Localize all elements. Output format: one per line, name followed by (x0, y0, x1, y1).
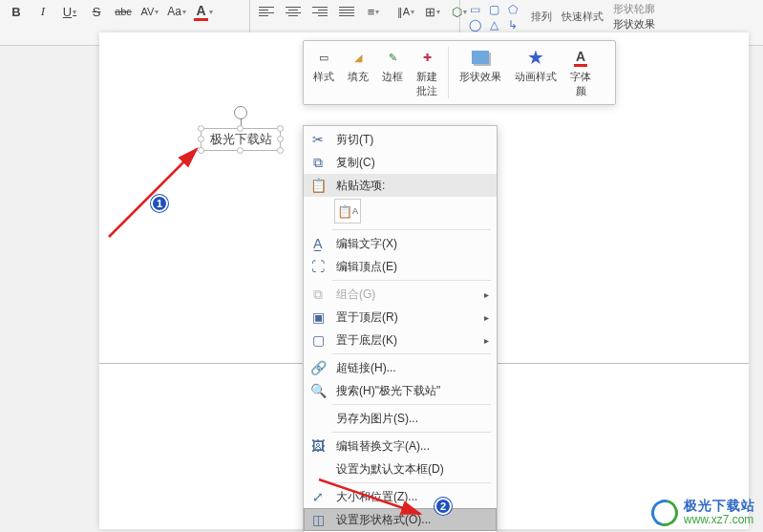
menu-hyperlink[interactable]: 🔗 超链接(H)... (304, 356, 497, 379)
menu-group[interactable]: ⧉ 组合(G) ▸ (304, 283, 497, 306)
font-color-button[interactable]: A▾ (193, 2, 214, 21)
search-icon: 🔍 (307, 381, 329, 400)
handle-nw[interactable] (198, 125, 204, 132)
watermark-title: 极光下载站 (684, 499, 755, 513)
bold-button[interactable]: B (6, 2, 27, 21)
comment-icon: ✚ (416, 47, 437, 68)
menu-bring-front[interactable]: ▣ 置于顶层(R) ▸ (304, 306, 497, 329)
text-direction-button[interactable]: ‖A▾ (395, 2, 416, 21)
font-color-icon: A (570, 47, 591, 68)
fill-icon: ◢ (348, 47, 369, 68)
shape-effect-icon (470, 47, 491, 68)
watermark-url: www.xz7.com (684, 514, 755, 526)
menu-copy[interactable]: ⧉ 复制(C) (304, 151, 497, 174)
watermark-logo-icon (646, 495, 683, 531)
watermark: 极光下载站 www.xz7.com (651, 499, 755, 526)
handle-se[interactable] (277, 147, 284, 154)
edit-text-icon: A̲ (307, 234, 329, 253)
handle-w[interactable] (198, 136, 204, 142)
align-justify-button[interactable] (336, 2, 357, 21)
align-center-button[interactable] (283, 2, 304, 21)
menu-default-textbox[interactable]: 设置为默认文本框(D) (304, 458, 497, 480)
submenu-arrow-icon: ▸ (484, 289, 489, 300)
alt-text-icon: 🖼 (307, 436, 329, 456)
handle-sw[interactable] (198, 147, 204, 154)
menu-alt-text[interactable]: 🖼 编辑替换文字(A)... (304, 435, 497, 458)
group-icon: ⧉ (307, 285, 329, 304)
arrange-button[interactable]: 排列 (531, 10, 552, 24)
submenu-arrow-icon: ▸ (484, 312, 489, 323)
annotation-marker-2: 2 (434, 498, 452, 515)
mini-shape-effect-button[interactable]: 形状效果 (454, 45, 507, 100)
hyperlink-icon: 🔗 (307, 358, 329, 377)
char-spacing-button[interactable]: AV▾ (139, 2, 160, 21)
send-back-icon: ▢ (307, 330, 329, 350)
align-left-button[interactable] (256, 2, 277, 21)
context-menu: ✂ 剪切(T) ⧉ 复制(C) 📋 粘贴选项: 📋A A̲ 编辑文字(X) ⛶ … (303, 125, 498, 532)
strike-button[interactable]: S (86, 2, 107, 21)
style-icon: ▭ (313, 47, 334, 68)
menu-save-pic[interactable]: 另存为图片(S)... (304, 407, 497, 430)
copy-icon: ⧉ (307, 153, 329, 172)
align-text-button[interactable]: ⊞▾ (422, 2, 443, 21)
paste-options-row: 📋A (304, 197, 497, 227)
handle-e[interactable] (277, 136, 284, 142)
paste-icon: 📋 (307, 176, 329, 195)
bring-front-icon: ▣ (307, 308, 329, 327)
size-pos-icon: ⤢ (307, 487, 329, 506)
submenu-arrow-icon: ▸ (484, 335, 489, 346)
outline-icon: ✎ (382, 47, 403, 68)
handle-s[interactable] (237, 147, 244, 154)
line-spacing-button[interactable]: ≡▾ (363, 2, 384, 21)
italic-button[interactable]: I (32, 2, 53, 21)
cut-icon: ✂ (307, 130, 329, 149)
mini-anim-style-button[interactable]: ★ 动画样式 (509, 45, 562, 100)
format-shape-icon: ◫ (307, 510, 329, 529)
textbox-content: 极光下载站 (210, 131, 272, 148)
menu-cut[interactable]: ✂ 剪切(T) (304, 128, 497, 151)
mini-toolbar: ▭ 样式 ◢ 填充 ✎ 边框 ✚ 新建 批注 形状效果 ★ 动画样式 A 字体 … (303, 40, 616, 105)
menu-size-pos[interactable]: ⤢ 大小和位置(Z)... (304, 485, 497, 508)
mini-fill-button[interactable]: ◢ 填充 (342, 45, 374, 100)
underline-button[interactable]: U▾ (59, 2, 80, 21)
menu-send-back[interactable]: ▢ 置于底层(K) ▸ (304, 329, 497, 351)
annotation-marker-1: 1 (151, 195, 168, 212)
handle-n[interactable] (237, 125, 244, 132)
selected-textbox[interactable]: 极光下载站 (201, 128, 281, 151)
shape-outline-button[interactable]: 形状轮廓 (613, 2, 655, 16)
menu-edit-text[interactable]: A̲ 编辑文字(X) (304, 232, 497, 255)
mini-comment-button[interactable]: ✚ 新建 批注 (411, 45, 443, 100)
mini-font-color-button[interactable]: A 字体 颜 (564, 45, 597, 100)
rotate-handle[interactable] (234, 106, 247, 119)
edit-points-icon: ⛶ (307, 257, 329, 276)
shape-effect-button[interactable]: 形状效果 (613, 17, 655, 32)
menu-format-shape[interactable]: ◫ 设置形状格式(O)... (304, 508, 497, 531)
menu-edit-points[interactable]: ⛶ 编辑顶点(E) (304, 255, 497, 278)
mini-style-button[interactable]: ▭ 样式 (307, 45, 340, 100)
quick-style-button[interactable]: 快速样式 (562, 10, 604, 24)
mini-outline-button[interactable]: ✎ 边框 (376, 45, 409, 100)
double-strike-button[interactable]: abc (113, 2, 134, 21)
paste-option-keep-text[interactable]: 📋A (334, 199, 361, 223)
shapes-gallery[interactable]: ▭▢⬠ ◯△↳ (466, 3, 521, 32)
star-icon: ★ (525, 47, 546, 68)
handle-ne[interactable] (277, 125, 284, 132)
menu-search[interactable]: 🔍 搜索(H)"极光下载站" (304, 379, 497, 402)
change-case-button[interactable]: Aa▾ (166, 2, 187, 21)
save-pic-icon (307, 409, 329, 428)
menu-paste-header: 📋 粘贴选项: (304, 174, 497, 197)
align-right-button[interactable] (309, 2, 330, 21)
